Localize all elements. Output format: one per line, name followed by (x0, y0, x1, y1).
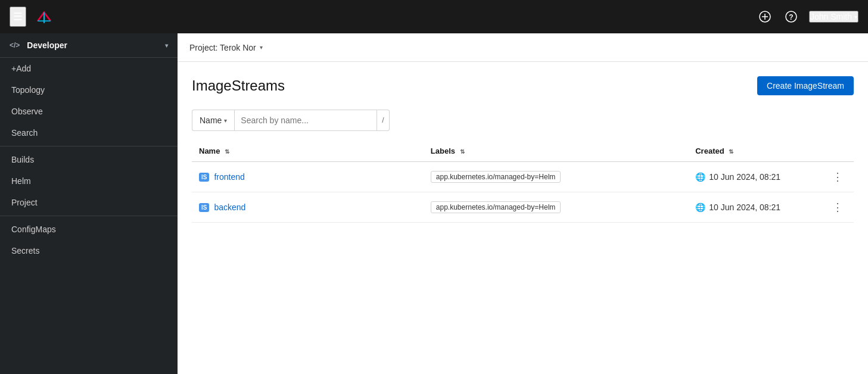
labels-cell: app.kubernetes.io/managed-by=Helm (424, 162, 688, 192)
created-date: 10 Jun 2024, 08:21 (709, 202, 780, 212)
sidebar-item-project[interactable]: Project (0, 192, 178, 213)
user-menu-button[interactable]: John Smith ▾ (809, 11, 858, 23)
column-created-label: Created (695, 147, 724, 155)
labels-cell: app.kubernetes.io/managed-by=Helm (424, 192, 688, 223)
label-badge[interactable]: app.kubernetes.io/managed-by=Helm (431, 201, 561, 213)
name-cell: IS backend (192, 192, 424, 223)
main-layout: </> Developer ▾ +Add Topology Observe Se… (0, 33, 868, 374)
help-icon-button[interactable]: ? (783, 8, 799, 25)
table-row: IS frontend app.kubernetes.io/managed-by… (192, 162, 854, 192)
app-logo (33, 6, 55, 27)
sidebar-divider-1 (0, 146, 178, 147)
content-area: Project: Terok Nor ▾ ImageStreams Create… (178, 33, 868, 374)
column-header-created[interactable]: Created ⇅ (688, 141, 820, 162)
project-chevron-icon: ▾ (260, 44, 263, 51)
svg-text:?: ? (789, 13, 793, 21)
filter-name-button[interactable]: Name ▾ (192, 110, 234, 131)
plus-circle-icon (759, 11, 771, 23)
imagestreams-table: Name ⇅ Labels ⇅ Created ⇅ (192, 141, 854, 223)
user-chevron-icon: ▾ (854, 14, 857, 20)
globe-icon: 🌐 (695, 172, 705, 182)
column-labels-label: Labels (431, 147, 455, 155)
sidebar-item-builds[interactable]: Builds (0, 149, 178, 170)
sidebar-section-chevron-icon: ▾ (165, 42, 168, 49)
name-link[interactable]: frontend (214, 172, 244, 182)
page-header: ImageStreams Create ImageStream (192, 76, 854, 95)
sidebar-section-label: Developer (27, 40, 67, 50)
table-row: IS backend app.kubernetes.io/managed-by=… (192, 192, 854, 223)
sidebar-section-header[interactable]: </> Developer ▾ (0, 33, 178, 58)
search-input[interactable] (234, 110, 377, 131)
label-badge[interactable]: app.kubernetes.io/managed-by=Helm (431, 171, 561, 183)
table-header-row: Name ⇅ Labels ⇅ Created ⇅ (192, 141, 854, 162)
sort-labels-icon: ⇅ (460, 148, 465, 155)
page-content: ImageStreams Create ImageStream Name ▾ /… (178, 62, 868, 374)
globe-icon: 🌐 (695, 202, 705, 212)
row-actions-cell: ⋮ (820, 192, 854, 223)
sort-name-icon: ⇅ (225, 148, 229, 155)
sidebar-item-topology[interactable]: Topology (0, 79, 178, 101)
sidebar-item-secrets[interactable]: Secrets (0, 240, 178, 261)
row-kebab-menu-button[interactable]: ⋮ (829, 169, 847, 185)
name-link[interactable]: backend (214, 202, 245, 212)
project-bar: Project: Terok Nor ▾ (178, 33, 868, 62)
created-date: 10 Jun 2024, 08:21 (709, 172, 780, 182)
sidebar: </> Developer ▾ +Add Topology Observe Se… (0, 33, 178, 374)
row-kebab-menu-button[interactable]: ⋮ (829, 200, 847, 215)
sidebar-item-helm[interactable]: Helm (0, 170, 178, 192)
column-header-actions (820, 141, 854, 162)
developer-icon: </> (10, 41, 20, 49)
created-cell: 🌐 10 Jun 2024, 08:21 (688, 162, 820, 192)
project-label: Project: Terok Nor (189, 43, 256, 52)
is-badge: IS (199, 203, 209, 212)
sidebar-item-search[interactable]: Search (0, 122, 178, 144)
sidebar-divider-2 (0, 216, 178, 216)
page-title: ImageStreams (192, 77, 285, 94)
add-icon-button[interactable] (757, 8, 773, 25)
hamburger-menu-button[interactable]: ☰ (10, 7, 26, 27)
column-name-label: Name (199, 147, 220, 155)
sort-created-icon: ⇅ (729, 148, 733, 155)
sidebar-item-observe[interactable]: Observe (0, 101, 178, 122)
is-badge: IS (199, 173, 209, 182)
question-icon: ? (785, 11, 797, 23)
filter-slash-indicator: / (377, 110, 389, 131)
name-cell: IS frontend (192, 162, 424, 192)
column-header-labels[interactable]: Labels ⇅ (424, 141, 688, 162)
sidebar-item-add[interactable]: +Add (0, 58, 178, 79)
column-header-name[interactable]: Name ⇅ (192, 141, 424, 162)
filter-name-chevron-icon: ▾ (224, 117, 227, 124)
topbar: ☰ ? John Smith ▾ (0, 0, 868, 33)
create-imagestream-button[interactable]: Create ImageStream (757, 76, 854, 95)
sidebar-item-configmaps[interactable]: ConfigMaps (0, 219, 178, 240)
filter-name-label: Name (200, 116, 222, 125)
filter-bar: Name ▾ / (192, 110, 854, 131)
user-name-label: John Smith (810, 12, 852, 21)
csc-logo-icon (33, 6, 55, 27)
topbar-actions: ? John Smith ▾ (757, 8, 858, 25)
row-actions-cell: ⋮ (820, 162, 854, 192)
project-selector[interactable]: Project: Terok Nor ▾ (189, 43, 263, 52)
created-cell: 🌐 10 Jun 2024, 08:21 (688, 192, 820, 223)
